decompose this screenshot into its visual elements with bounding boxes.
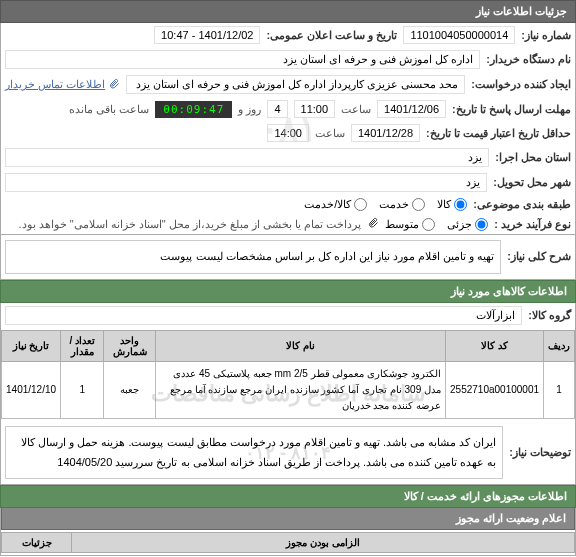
day-count: 4 xyxy=(267,100,287,118)
table-header-row: ردیف کد کالا نام کالا واحد شمارش تعداد /… xyxy=(2,330,575,361)
th-unit: واحد شمارش xyxy=(104,330,156,361)
radio-mid-input[interactable] xyxy=(422,218,435,231)
deadline-time: 11:00 xyxy=(294,100,336,118)
attachment-icon xyxy=(108,78,120,92)
cell-code: 2552710a00100001 xyxy=(446,361,544,418)
need-title-box: تهیه و تامین اقلام مورد نیاز این اداره ک… xyxy=(5,240,501,274)
buyer-org-label: نام دستگاه خریدار: xyxy=(486,53,571,66)
remain-label: ساعت باقی مانده xyxy=(69,103,149,116)
radio-goods-service-input[interactable] xyxy=(354,198,367,211)
radio-part[interactable]: جزئی xyxy=(447,218,488,231)
creator-value: محد محسنی عزیزی کارپرداز اداره کل اموزش … xyxy=(126,75,465,94)
group-label: گروه کالا: xyxy=(528,309,571,322)
cell-date: 1401/12/10 xyxy=(2,361,61,418)
goods-section-title: اطلاعات کالاهای مورد نیاز xyxy=(0,280,576,303)
niaz-no-label: شماره نیاز: xyxy=(521,29,571,42)
contact-buyer-link[interactable]: اطلاعات تماس خریدار xyxy=(5,78,120,92)
announce-value: 1401/12/02 - 10:47 xyxy=(154,26,260,44)
radio-goods-input[interactable] xyxy=(454,198,467,211)
th-row: ردیف xyxy=(544,330,575,361)
exec-loc-label: استان محل اجرا: xyxy=(495,151,571,164)
need-title-text: تهیه و تامین اقلام مورد نیاز این اداره ک… xyxy=(160,250,494,262)
attachment-icon-2 xyxy=(367,217,379,231)
saat-label-2: ساعت xyxy=(315,127,345,140)
budget-radio-group: کالا خدمت کالا/خدمت xyxy=(304,198,467,211)
announce-label: تاریخ و ساعت اعلان عمومی: xyxy=(266,29,397,42)
cell-qty: 1 xyxy=(61,361,104,418)
table-row: 1 2552710a00100001 الکترود جوشکاری معمول… xyxy=(2,361,575,418)
cell-name: الکترود جوشکاری معمولی قطر 2/5 mm جعبه پ… xyxy=(156,361,446,418)
min-credit-time: 14:00 xyxy=(267,124,309,142)
need-title-label: شرح کلی نیاز: xyxy=(507,250,571,263)
group-value: ابزارآلات xyxy=(5,306,522,325)
radio-goods-label: کالا xyxy=(437,198,451,211)
th-qty: تعداد / مقدار xyxy=(61,330,104,361)
proc-radio-group: جزئی متوسط xyxy=(385,218,488,231)
radio-part-input[interactable] xyxy=(475,218,488,231)
th-code: کد کالا xyxy=(446,330,544,361)
perm-th-details: جزئیات xyxy=(2,533,72,553)
proc-note: پرداخت تمام یا بخشی از مبلغ خرید،از محل … xyxy=(19,218,362,231)
perm-section-title: اطلاعات مجوزهای ارائه خدمت / کالا xyxy=(0,485,576,508)
saat-label-1: ساعت xyxy=(341,103,371,116)
radio-goods[interactable]: کالا xyxy=(437,198,467,211)
cell-row: 1 xyxy=(544,361,575,418)
perm-th-req: الزامی بودن مجوز xyxy=(72,533,575,553)
th-name: نام کالا xyxy=(156,330,446,361)
niaz-no-value: 1101004050000014 xyxy=(403,26,515,44)
proc-type-label: نوع فرآیند خرید : xyxy=(494,218,571,231)
min-credit-date: 1401/12/28 xyxy=(351,124,420,142)
contact-link-text: اطلاعات تماس خریدار xyxy=(5,78,105,91)
perm-table: الزامی بودن مجوز جزئیات xyxy=(1,532,575,553)
items-table: ردیف کد کالا نام کالا واحد شمارش تعداد /… xyxy=(1,330,575,419)
deliv-city-label: شهر محل تحویل: xyxy=(493,176,571,189)
radio-service-label: خدمت xyxy=(379,198,409,211)
page-title: جزئیات اطلاعات نیاز xyxy=(476,5,567,17)
min-credit-label: حداقل تاریخ اعتبار قیمت تا تاریخ: xyxy=(426,127,571,140)
exec-loc-value: یزد xyxy=(5,148,489,167)
radio-mid-label: متوسط xyxy=(385,218,419,231)
desc-label: توضیحات نیاز: xyxy=(509,446,571,459)
radio-service-input[interactable] xyxy=(412,198,425,211)
radio-goods-service[interactable]: کالا/خدمت xyxy=(304,198,367,211)
desc-box: ایران کد مشابه می باشد. تهیه و تامین اقل… xyxy=(5,426,503,480)
radio-mid[interactable]: متوسط xyxy=(385,218,435,231)
perm-status-title: اعلام وضعیت ارائه مجوز xyxy=(1,508,575,530)
budget-class-label: طبقه بندی موضوعی: xyxy=(473,198,571,211)
radio-part-label: جزئی xyxy=(447,218,472,231)
cell-unit: جعبه xyxy=(104,361,156,418)
buyer-org-value: اداره کل اموزش فنی و حرفه ای استان یزد xyxy=(5,50,480,69)
deadline-date: 1401/12/06 xyxy=(377,100,446,118)
desc-text: ایران کد مشابه می باشد. تهیه و تامین اقل… xyxy=(21,436,496,468)
th-date: تاریخ نیاز xyxy=(2,330,61,361)
creator-label: ایجاد کننده درخواست: xyxy=(471,78,571,91)
countdown-timer: 00:09:47 xyxy=(155,101,232,118)
deadline-label: مهلت ارسال پاسخ تا تاریخ: xyxy=(452,103,571,116)
radio-service[interactable]: خدمت xyxy=(379,198,425,211)
page-title-bar: جزئیات اطلاعات نیاز xyxy=(0,0,576,23)
rooz-label: روز و xyxy=(238,103,261,116)
deliv-city-value: یزد xyxy=(5,173,487,192)
radio-goods-service-label: کالا/خدمت xyxy=(304,198,351,211)
